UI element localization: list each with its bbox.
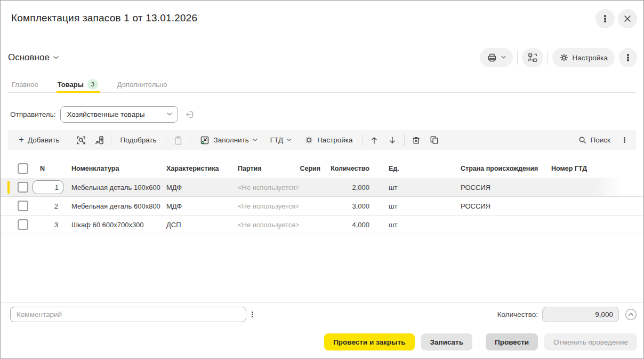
table-toolbar: + Добавить Подобрать Заполнить ГТД bbox=[8, 130, 636, 150]
save-button[interactable]: Записать bbox=[421, 333, 473, 350]
tab-label: Главное bbox=[12, 81, 38, 89]
chevron-down-icon bbox=[253, 139, 257, 142]
chevron-down-icon bbox=[501, 56, 506, 59]
column-header-unit: Ед. bbox=[369, 165, 453, 172]
cell-nomenclature[interactable]: Мебельная деталь 600х800 bbox=[63, 202, 163, 210]
cell-country[interactable]: РОССИЯ bbox=[453, 184, 544, 192]
row-checkbox[interactable] bbox=[18, 219, 28, 230]
search-label: Поиск bbox=[591, 136, 610, 144]
cell-quantity[interactable]: 3,000 bbox=[320, 202, 369, 210]
more-button[interactable] bbox=[619, 48, 637, 67]
row-number-field[interactable]: 2 bbox=[33, 202, 63, 210]
row-checkbox[interactable] bbox=[18, 182, 28, 193]
divider bbox=[111, 134, 111, 146]
form-settings-label: Настройка bbox=[573, 54, 608, 62]
divider bbox=[1, 302, 643, 303]
select-all-checkbox[interactable] bbox=[18, 163, 28, 174]
gtd-label: ГТД bbox=[270, 136, 283, 144]
pick-button[interactable]: Подобрать bbox=[114, 130, 163, 150]
tab-label: Товары bbox=[58, 81, 84, 89]
row-checkbox[interactable] bbox=[18, 201, 28, 211]
divider bbox=[362, 134, 363, 146]
divider bbox=[69, 134, 69, 146]
toolbar-more-button[interactable] bbox=[617, 130, 632, 150]
current-row-marker bbox=[7, 181, 10, 194]
cell-characteristic[interactable]: МДФ bbox=[163, 202, 235, 210]
print-button[interactable] bbox=[480, 48, 513, 67]
fill-button[interactable]: Заполнить bbox=[193, 130, 264, 150]
column-header-nomenclature: Номенклатура bbox=[63, 165, 163, 172]
tab-dopolnitelno[interactable]: Дополнительно bbox=[117, 81, 167, 92]
fill-label: Заполнить bbox=[214, 136, 249, 144]
cell-batch[interactable]: <Не используется> bbox=[235, 221, 299, 229]
section-menu[interactable]: Основное bbox=[8, 52, 59, 63]
form-settings-button[interactable]: Настройка bbox=[552, 48, 615, 67]
window-menu-button[interactable] bbox=[595, 9, 615, 28]
search-button[interactable]: Поиск bbox=[571, 130, 617, 150]
scan-search-icon bbox=[76, 135, 86, 146]
sender-combobox[interactable]: Хозяйственные товары bbox=[60, 106, 178, 123]
cell-nomenclature[interactable]: Шкаф 60 600х700х300 bbox=[63, 221, 163, 229]
cell-batch[interactable]: <Не используется> bbox=[235, 202, 299, 210]
table-row[interactable]: 2 Мебельная деталь 600х800 МДФ <Не испол… bbox=[1, 197, 643, 216]
column-header-gtd: Номер ГТД bbox=[544, 165, 621, 172]
cell-country[interactable]: РОССИЯ bbox=[453, 202, 544, 210]
items-table: N Номенклатура Характеристика Партия Сер… bbox=[1, 159, 643, 234]
window-title: Комплектация запасов 1 от 13.01.2026 bbox=[11, 12, 197, 24]
window-close-button[interactable] bbox=[618, 9, 637, 28]
post-button[interactable]: Провести bbox=[486, 333, 538, 350]
delete-row-button[interactable] bbox=[407, 130, 425, 150]
column-header-characteristic: Характеристика bbox=[163, 165, 235, 172]
paste-icon bbox=[173, 135, 183, 146]
excel-fill-icon bbox=[199, 135, 210, 146]
related-documents-button[interactable] bbox=[522, 48, 543, 67]
row-number-field[interactable]: 3 bbox=[33, 221, 63, 229]
cell-quantity[interactable]: 2,000 bbox=[320, 184, 369, 192]
tab-tovary[interactable]: Товары 3 bbox=[58, 81, 98, 92]
sender-label: Отправитель: bbox=[10, 110, 55, 118]
cell-unit[interactable]: шт bbox=[369, 221, 453, 229]
cell-unit[interactable]: шт bbox=[369, 184, 453, 192]
add-row-button[interactable]: + Добавить bbox=[12, 130, 66, 150]
row-number-field[interactable]: 1 bbox=[33, 180, 63, 194]
paste-button[interactable] bbox=[169, 130, 187, 150]
table-row[interactable]: 3 Шкаф 60 600х700х300 ДСП <Не использует… bbox=[1, 216, 643, 234]
sender-value: Хозяйственные товары bbox=[67, 110, 144, 118]
table-header-row: N Номенклатура Характеристика Партия Сер… bbox=[1, 159, 643, 178]
printer-icon bbox=[487, 52, 497, 63]
table-settings-label: Настройка bbox=[317, 136, 352, 144]
move-down-button[interactable] bbox=[383, 130, 401, 150]
divider bbox=[479, 335, 479, 349]
copy-row-button[interactable] bbox=[425, 130, 444, 150]
gtd-button[interactable]: ГТД bbox=[264, 130, 298, 150]
table-settings-button[interactable]: Настройка bbox=[298, 130, 359, 150]
kebab-icon bbox=[252, 312, 253, 318]
undo-post-button[interactable]: Отменить проведение bbox=[544, 333, 637, 350]
open-sender-button[interactable] bbox=[183, 108, 197, 122]
chevron-down-icon bbox=[53, 56, 59, 60]
section-label: Основное bbox=[8, 52, 50, 63]
cell-batch[interactable]: <Не используется> bbox=[235, 184, 299, 192]
cell-characteristic[interactable]: ДСП bbox=[163, 221, 235, 229]
action-bar: Провести и закрыть Записать Провести Отм… bbox=[324, 333, 637, 350]
command-bar: Основное Настройка bbox=[1, 47, 643, 68]
cell-quantity[interactable]: 4,000 bbox=[320, 221, 369, 229]
gear-icon bbox=[304, 135, 313, 145]
comment-input[interactable] bbox=[10, 307, 246, 322]
footer-bar: Количество: 9,000 bbox=[1, 306, 643, 323]
move-up-button[interactable] bbox=[365, 130, 383, 150]
collapse-footer-button[interactable] bbox=[625, 308, 637, 321]
divider bbox=[517, 51, 518, 65]
cell-characteristic[interactable]: МДФ bbox=[163, 184, 235, 192]
add-row-label: Добавить bbox=[28, 136, 60, 144]
scan-search-button[interactable] bbox=[72, 130, 90, 150]
kebab-icon bbox=[627, 53, 629, 62]
table-row[interactable]: 1 Мебельная деталь 100х600 МДФ <Не испол… bbox=[1, 178, 643, 197]
barcode-scanner-button[interactable] bbox=[90, 130, 108, 150]
cell-nomenclature[interactable]: Мебельная деталь 100х600 bbox=[63, 184, 163, 192]
column-header-quantity: Количество bbox=[320, 165, 369, 172]
post-and-close-button[interactable]: Провести и закрыть bbox=[324, 333, 414, 350]
cell-unit[interactable]: шт bbox=[369, 202, 453, 210]
comment-more-button[interactable] bbox=[252, 310, 253, 318]
tab-glavnoe[interactable]: Главное bbox=[12, 81, 38, 92]
